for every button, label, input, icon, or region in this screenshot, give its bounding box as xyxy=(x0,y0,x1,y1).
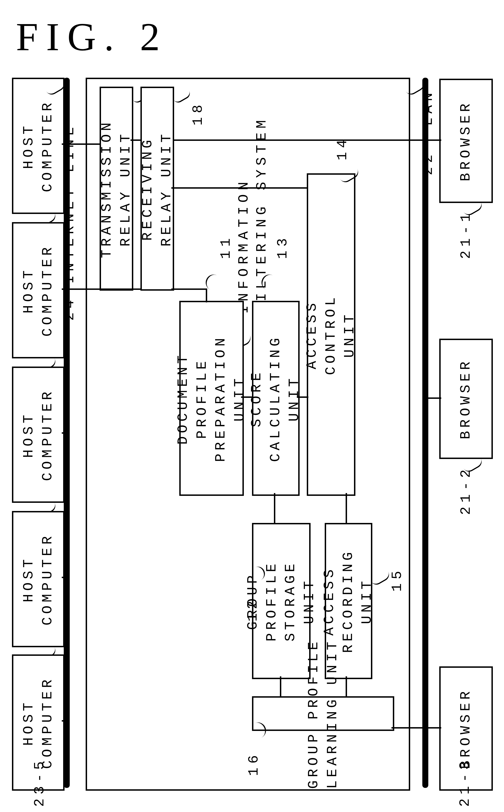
score-ref: 13 xyxy=(275,234,291,259)
rx-to-doc-v xyxy=(206,288,207,302)
host-3-text: HOST COMPUTER xyxy=(20,388,57,481)
host-5-ref: 23-5 xyxy=(32,757,48,807)
browser-2-text: BROWSER xyxy=(457,358,476,439)
score-unit: SCORE CALCULATING UNIT xyxy=(252,301,300,496)
access-control-unit: ACCESS CONTROL UNIT xyxy=(307,173,355,496)
aru-ref: 15 xyxy=(389,567,405,592)
stub-host-5 xyxy=(62,720,68,722)
stub-browser-2 xyxy=(426,397,441,399)
browser-2: BROWSER xyxy=(439,339,493,459)
host-2-text: HOST COMPUTER xyxy=(20,244,57,336)
browser-1-text: BROWSER xyxy=(457,100,476,181)
browser-1: BROWSER xyxy=(439,79,493,203)
doc-profile-text: DOCUMENT PROFILE PREPARATION UNIT xyxy=(174,335,249,462)
rx-to-acu xyxy=(171,187,309,189)
figure-label: FIG. 2 xyxy=(16,14,168,60)
score-to-gps xyxy=(274,493,275,524)
rx-to-doc-h xyxy=(171,288,207,290)
group-profile-learning-unit: GROUP PROFILE LEARNING UNIT xyxy=(252,696,394,731)
acu-to-aru xyxy=(346,493,347,524)
tx-relay-text: TRANSMISSION RELAY UNIT xyxy=(98,119,135,258)
host-5-text: HOST COMPUTER xyxy=(20,676,57,769)
score-text: SCORE CALCULATING UNIT xyxy=(248,335,304,462)
rx-relay-text: RECEIVING RELAY UNIT xyxy=(138,131,176,246)
stub-browser-3 xyxy=(426,727,441,729)
host-2: HOST COMPUTER xyxy=(12,222,65,358)
host-1: HOST COMPUTER xyxy=(12,78,65,214)
diagram-root: FIG. 2 24 INTERNET LINE 22 LAN INFORMATI… xyxy=(0,0,504,812)
acu-text: ACCESS CONTROL UNIT xyxy=(303,294,359,375)
browser-2-ref: 21-2 xyxy=(458,466,474,515)
rx-to-internet xyxy=(67,288,141,290)
rx-relay: RECEIVING RELAY UNIT xyxy=(140,87,174,291)
tx-relay: TRANSMISSION RELAY UNIT xyxy=(100,87,133,291)
stub-host-3 xyxy=(62,432,68,434)
host-3: HOST COMPUTER xyxy=(12,367,65,503)
stub-browser-1 xyxy=(426,139,441,141)
tx-to-internet xyxy=(67,143,101,145)
aru-text: ACCESS RECORDING UNIT xyxy=(320,549,377,653)
doc-ref: 11 xyxy=(218,234,234,259)
browser-3-ref: 21-3 xyxy=(457,757,473,807)
system-name-1: INFORMATION xyxy=(236,178,252,314)
lan-bus-label: 22 LAN xyxy=(420,89,436,175)
doc-to-score xyxy=(241,396,253,398)
host-4-text: HOST COMPUTER xyxy=(20,533,57,625)
rx-ref: 18 xyxy=(190,101,206,126)
browser-3-text: BROWSER xyxy=(457,688,476,769)
gps-ref: 12 xyxy=(245,597,261,622)
acu-ref: 14 xyxy=(335,136,350,160)
group-profile-storage: GROUP PROFILE STORAGE UNIT xyxy=(252,523,311,679)
lan-bus xyxy=(422,78,428,788)
host-4: HOST COMPUTER xyxy=(12,511,65,647)
score-to-acu xyxy=(297,396,308,398)
browser-1-ref: 21-1 xyxy=(458,210,474,259)
gpl-text-2: GROUP PROFILE LEARNING UNIT xyxy=(304,638,342,789)
stub-host-4 xyxy=(62,577,68,578)
doc-profile-unit: DOCUMENT PROFILE PREPARATION UNIT xyxy=(179,301,244,496)
host-1-text: HOST COMPUTER xyxy=(20,100,57,192)
